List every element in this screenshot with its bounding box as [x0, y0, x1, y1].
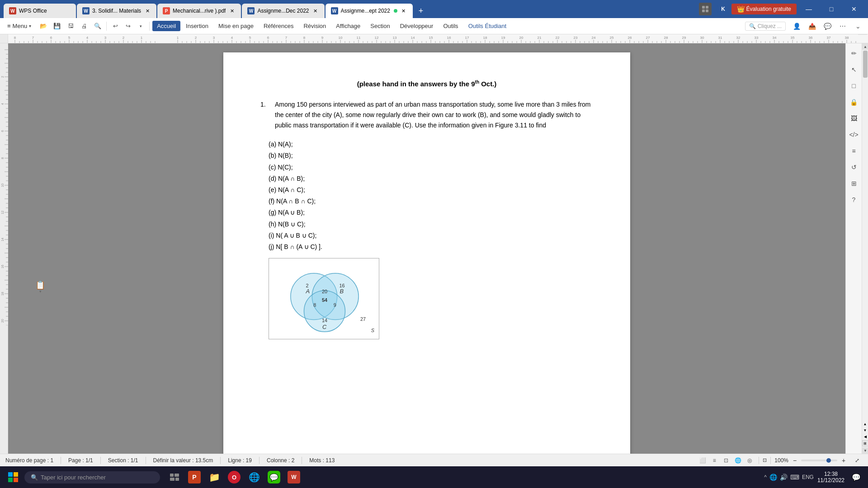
user-avatar[interactable]: K [717, 3, 730, 15]
list-icon[interactable]: ≡ [848, 145, 860, 157]
minimize-button[interactable]: — [798, 2, 819, 16]
paste-icon-button[interactable]: 📋 ▾ [35, 280, 45, 294]
menu-chevron[interactable]: ▾ [29, 23, 31, 28]
zoom-out-button[interactable]: − [790, 456, 799, 465]
menu-insertion[interactable]: Insertion [181, 21, 213, 31]
tab-active-dot [394, 9, 397, 13]
grid-scroll-icon[interactable]: ⊞ [862, 440, 868, 446]
save2-icon[interactable]: 🖫 [65, 20, 76, 32]
status-sep-6 [302, 457, 302, 464]
focus-view-button[interactable]: ◎ [744, 456, 755, 465]
val-ac: 8 [313, 302, 316, 308]
tab-mechanical[interactable]: P Mechanical...rive ).pdf ✕ [157, 4, 241, 18]
tab-assignme-dec-close[interactable]: ✕ [312, 7, 319, 14]
status-sep-5 [259, 457, 259, 464]
more-icon[interactable]: ⋯ [836, 20, 849, 33]
tab-solidif-label: 3. Solidif... Materials [92, 8, 141, 14]
scroll-up-button[interactable]: ▲ [862, 43, 868, 50]
taskbar-opera[interactable]: O [225, 468, 243, 486]
close-button[interactable]: ✕ [844, 2, 864, 16]
eval-button[interactable]: 👑 Évaluation gratuite [731, 4, 797, 14]
tab-assignme-sept-close[interactable]: ✕ [400, 7, 407, 14]
scroll-thumb[interactable] [863, 51, 868, 78]
volume-icon[interactable]: 🔊 [780, 474, 788, 481]
grid-icon[interactable]: ⊞ [848, 177, 860, 190]
set-value: Définir la valeur : 13.5cm [153, 457, 213, 464]
expand-icon[interactable]: ⌄ [852, 20, 864, 33]
menu-affichage[interactable]: Affichage [331, 21, 365, 31]
expand-up-icon[interactable]: ▲ [862, 421, 868, 427]
menu-outils-etudiant[interactable]: Outils Étudiant [464, 21, 511, 31]
print-icon[interactable]: 🖨 [78, 20, 90, 32]
cursor-icon[interactable]: ↖ [848, 63, 860, 76]
menu-hamburger[interactable]: ≡ Menu ▾ [4, 21, 35, 31]
search-icon: 🔍 [749, 23, 756, 29]
image-icon[interactable]: 🖼 [848, 112, 860, 125]
menu-revision[interactable]: Révision [299, 21, 330, 31]
tab-mechanical-close[interactable]: ✕ [228, 7, 236, 14]
full-screen-view-button[interactable]: ⊡ [721, 456, 731, 465]
keyboard-icon[interactable]: ⌨ [790, 474, 799, 481]
scroll-track[interactable] [862, 50, 868, 420]
menu-references[interactable]: Références [259, 21, 298, 31]
menu-accueil[interactable]: Accueil [152, 21, 180, 31]
taskbar-task-view[interactable] [165, 468, 184, 486]
tab-solidif[interactable]: W 3. Solidif... Materials ✕ [77, 4, 156, 18]
expand-down-icon[interactable]: ▼ [862, 427, 868, 433]
vertical-scrollbar[interactable]: ▲ ▲ ▼ ◀ ⊞ ▼ [862, 43, 868, 454]
undo-icon[interactable]: ↩ [109, 20, 121, 32]
taskbar-wechat[interactable]: 💬 [265, 468, 283, 486]
start-button[interactable] [4, 468, 23, 487]
menu-section[interactable]: Section [366, 21, 394, 31]
zoom-in-button[interactable]: + [839, 456, 848, 465]
search-box[interactable]: 🔍 Cliquez ... [745, 22, 786, 31]
system-clock[interactable]: 12:38 11/12/2022 [817, 471, 844, 483]
code-icon[interactable]: </> [848, 128, 860, 141]
history-icon[interactable]: ↺ [848, 161, 860, 174]
help-icon[interactable]: ? [848, 193, 860, 206]
taskbar-edge[interactable]: 🌐 [245, 468, 263, 486]
ruler-corner [0, 34, 8, 43]
menu-outils[interactable]: Outils [439, 21, 462, 31]
tab-solidif-close[interactable]: ✕ [144, 7, 151, 14]
content-area[interactable]: 📋 ▾ (please hand in the answers by the 9… [8, 43, 845, 454]
taskbar-explorer[interactable]: 📁 [205, 468, 223, 486]
full-screen-button[interactable]: ⤢ [852, 456, 863, 465]
new-tab-button[interactable]: + [414, 4, 428, 18]
save-icon[interactable]: 💾 [51, 20, 63, 32]
user-icon[interactable]: 👤 [790, 20, 803, 33]
show-hidden-icons[interactable]: ^ [764, 474, 767, 480]
web-view-button[interactable]: 🌐 [732, 456, 743, 465]
scroll-down-button[interactable]: ▼ [862, 447, 868, 454]
tab-wps[interactable]: W WPS Office [4, 4, 76, 18]
pen-icon[interactable]: ✏ [848, 47, 860, 60]
comment-icon[interactable]: 💬 [821, 20, 834, 33]
network-icon[interactable]: 🌐 [769, 474, 777, 481]
open-file-icon[interactable]: 📂 [38, 20, 49, 32]
taskbar-search[interactable]: 🔍 Taper ici pour rechercher [24, 471, 160, 483]
col-info: Colonne : 2 [267, 457, 294, 464]
page-view-button[interactable]: ⬜ [697, 456, 708, 465]
expand-left-icon[interactable]: ◀ [862, 434, 868, 439]
menu-developpeur[interactable]: Développeur [396, 21, 438, 31]
rectangle-icon[interactable]: □ [848, 80, 860, 92]
redo-icon[interactable]: ↪ [122, 20, 134, 32]
window-switcher[interactable] [699, 3, 712, 15]
paste-dropdown[interactable]: ▾ [39, 289, 42, 294]
notification-button[interactable]: 💬 [848, 469, 864, 485]
share-icon[interactable]: 📤 [806, 20, 818, 33]
print-preview-icon[interactable]: 🔍 [92, 20, 104, 32]
tab-assignme-sept[interactable]: W Assignme...ept 2022 ✕ [326, 4, 413, 18]
lock-icon[interactable]: 🔒 [848, 96, 860, 108]
question-1: 1. Among 150 persons interviewed as part… [259, 99, 594, 131]
sub-item-c: (c) N(C); [269, 162, 594, 173]
zoom-slider[interactable] [801, 460, 837, 461]
undo-dropdown[interactable]: ▾ [135, 20, 146, 32]
taskbar-powerpoint[interactable]: P [185, 468, 203, 486]
taskbar-wps[interactable]: W [285, 468, 303, 486]
tab-assignme-dec[interactable]: W Assignme...Dec 2022 ✕ [242, 4, 324, 18]
expand-width-icon[interactable]: ⊡ [763, 457, 767, 463]
maximize-button[interactable]: □ [821, 2, 842, 16]
outline-view-button[interactable]: ≡ [709, 456, 720, 465]
menu-mise-en-page[interactable]: Mise en page [214, 21, 258, 31]
